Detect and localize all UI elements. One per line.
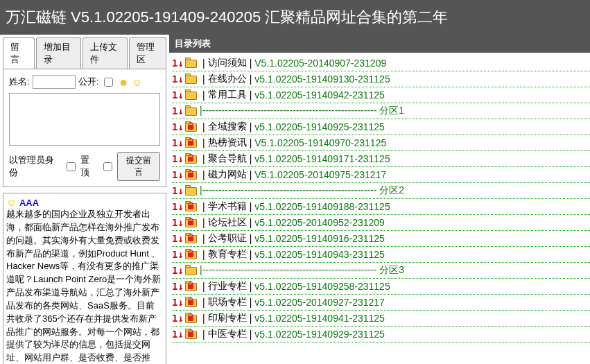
name-input[interactable] [33, 75, 76, 89]
sort-arrows-icon[interactable]: 1↓ [172, 265, 184, 276]
right-panel: 目录列表 1↓|访问须知 | V5.1.02205-20140907-23120… [169, 35, 590, 364]
smile-icon[interactable]: ☻ [118, 76, 129, 88]
message-author: AAA [19, 198, 39, 208]
admin-checkbox[interactable] [67, 162, 76, 171]
sort-arrows-icon[interactable]: 1↓ [172, 297, 184, 308]
item-name: 公考职证 [208, 232, 247, 245]
folder-icon [184, 185, 198, 196]
list-item[interactable]: 1↓|学术书籍 | v5.1.02205-191409188-231125 [172, 199, 590, 215]
list-item[interactable]: 1↓|行业专栏 | v5.1.02205-191409258-231125 [172, 279, 590, 295]
locked-folder-icon [184, 329, 198, 340]
smile-icon[interactable]: ☺ [132, 76, 142, 88]
comment-textarea[interactable] [9, 93, 160, 146]
locked-folder-icon [184, 249, 198, 260]
sort-arrows-icon[interactable]: 1↓ [172, 137, 184, 148]
sort-arrows-icon[interactable]: 1↓ [172, 153, 184, 164]
separator-dash: |---------------------------------------… [200, 264, 590, 277]
public-checkbox[interactable] [104, 78, 113, 87]
item-version: v5.1.02205-19140941-231125 [254, 313, 385, 324]
list-item[interactable]: 1↓|常用工具 | v5.1.02205-19140942-231125 [172, 87, 590, 103]
list-item[interactable]: 1↓|中医专栏 | v5.1.02205-19140929-231125 [172, 327, 590, 343]
tab-1[interactable]: 增加目录 [36, 37, 81, 69]
list-item[interactable]: 1↓|-------------------------------------… [172, 103, 590, 119]
admin-label: 以管理员身份 [9, 154, 61, 179]
item-version: v5.1.02205-19140929-231125 [254, 329, 385, 340]
public-label: 公开: [78, 76, 99, 88]
list-item[interactable]: 1↓|全域搜索 | v5.1.02205-19140925-231125 [172, 119, 590, 135]
tab-3[interactable]: 管理区 [129, 37, 166, 69]
item-name: 全域搜索 [208, 121, 247, 133]
sort-arrows-icon[interactable]: 1↓ [172, 169, 184, 180]
item-name: 在线办公 [208, 73, 247, 85]
list-item[interactable]: 1↓|公考职证 | v5.1.02205-19140916-231125 [172, 231, 590, 247]
pin-label: 置顶 [80, 154, 98, 179]
page-title: 万汇磁链 V5.1.02205-191409-240205 汇聚精品网址合集的第… [6, 8, 448, 26]
pin-checkbox[interactable] [103, 162, 112, 171]
item-name: 磁力网站 [208, 168, 247, 181]
locked-folder-icon [184, 233, 198, 244]
sort-arrows-icon[interactable]: 1↓ [172, 121, 184, 132]
item-version: v5.1.02205-19140943-231125 [254, 249, 385, 260]
locked-folder-icon [184, 121, 198, 132]
item-name: 常用工具 [208, 89, 247, 101]
item-version: v5.1.02205-191409188-231125 [254, 201, 390, 212]
item-name: 印刷专栏 [208, 312, 247, 324]
sort-arrows-icon[interactable]: 1↓ [172, 73, 184, 85]
directory-header: 目录列表 [169, 35, 590, 53]
list-item[interactable]: 1↓|-------------------------------------… [172, 183, 590, 199]
list-item[interactable]: 1↓|磁力网站 | V5.1.02205-20140975-231217 [172, 167, 590, 183]
item-name: 行业专栏 [208, 280, 247, 293]
locked-folder-icon [184, 169, 198, 180]
item-name: 热榜资讯 [208, 137, 247, 149]
directory-list: 1↓|访问须知 | V5.1.02205-20140907-2312091↓|在… [169, 53, 590, 343]
list-item[interactable]: 1↓|聚合导航 | v5.1.02205-191409171-231125 [172, 151, 590, 167]
locked-folder-icon [184, 281, 198, 292]
locked-folder-icon [184, 153, 198, 164]
submit-button[interactable]: 提交留言 [117, 152, 160, 181]
item-name: 访问须知 [208, 57, 247, 69]
sort-arrows-icon[interactable]: 1↓ [172, 105, 184, 116]
separator-dash: |---------------------------------------… [200, 184, 590, 197]
item-version: v5.1.02205-191409258-231125 [254, 281, 390, 292]
folder-icon [184, 89, 198, 101]
smile-icon: ☺ [6, 196, 17, 208]
item-version: V5.1.02205-20140975-231217 [254, 169, 386, 180]
sort-arrows-icon[interactable]: 1↓ [172, 233, 184, 244]
tab-2[interactable]: 上传文件 [83, 37, 128, 69]
sort-arrows-icon[interactable]: 1↓ [172, 201, 184, 212]
message-box: ☺ AAA 越来越多的国内企业及独立开发者出海，都面临新产品怎样在海外推广发布的… [3, 193, 166, 364]
list-item[interactable]: 1↓|热榜资讯 | V5.1.02205-19140970-231125 [172, 135, 590, 151]
item-name: 教育专栏 [208, 248, 247, 261]
item-name: 聚合导航 [208, 153, 247, 165]
item-version: v5.1.02205-191409171-231125 [254, 153, 390, 164]
item-version: v5.1.02205-19140916-231125 [254, 233, 385, 244]
item-version: v5.1.02205-19140925-231125 [254, 121, 385, 132]
sort-arrows-icon[interactable]: 1↓ [172, 249, 184, 260]
list-item[interactable]: 1↓|-------------------------------------… [172, 263, 590, 279]
left-panel: 留 言增加目录上传文件管理区 姓名: 公开: ☻ ☺ 以管理员身份 置顶 提交留… [0, 35, 169, 364]
folder-icon [184, 105, 198, 116]
sort-arrows-icon[interactable]: 1↓ [172, 185, 184, 196]
sort-arrows-icon[interactable]: 1↓ [172, 217, 184, 228]
sort-arrows-icon[interactable]: 1↓ [172, 281, 184, 292]
tab-0[interactable]: 留 言 [3, 37, 35, 69]
list-item[interactable]: 1↓|印刷专栏 | v5.1.02205-19140941-231125 [172, 311, 590, 327]
sort-arrows-icon[interactable]: 1↓ [172, 89, 184, 101]
item-version: v5.1.02205-19140942-231125 [254, 89, 385, 101]
locked-folder-icon [184, 201, 198, 212]
item-version: v5.1.02205-20140927-231217 [254, 297, 385, 308]
locked-folder-icon [184, 217, 198, 228]
page-header: 万汇磁链 V5.1.02205-191409-240205 汇聚精品网址合集的第… [0, 0, 590, 35]
sort-arrows-icon[interactable]: 1↓ [172, 313, 184, 324]
list-item[interactable]: 1↓|访问须知 | V5.1.02205-20140907-231209 [172, 55, 590, 71]
sort-arrows-icon[interactable]: 1↓ [172, 329, 184, 340]
locked-folder-icon [184, 313, 198, 324]
list-item[interactable]: 1↓|职场专栏 | v5.1.02205-20140927-231217 [172, 295, 590, 311]
list-item[interactable]: 1↓|在线办公 | v5.1.02205-191409130-231125 [172, 71, 590, 87]
sort-arrows-icon[interactable]: 1↓ [172, 58, 184, 69]
list-item[interactable]: 1↓|论坛社区 | v5.1.02205-20140952-231209 [172, 215, 590, 231]
list-item[interactable]: 1↓|教育专栏 | v5.1.02205-19140943-231125 [172, 247, 590, 263]
locked-folder-icon [184, 297, 198, 308]
comment-form: 姓名: 公开: ☻ ☺ 以管理员身份 置顶 提交留言 [3, 69, 166, 187]
item-version: v5.1.02205-20140952-231209 [254, 217, 385, 228]
